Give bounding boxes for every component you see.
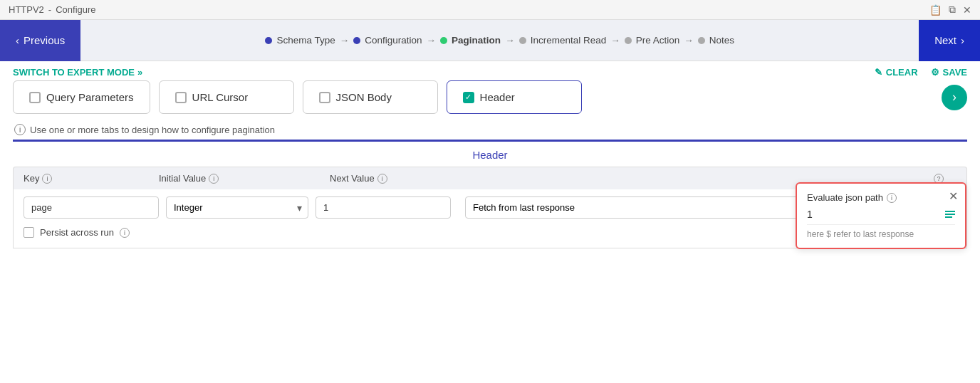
bc-dot-notes <box>698 37 705 44</box>
save-label: SAVE <box>943 67 967 78</box>
eval-title: Evaluate json path i <box>807 192 955 203</box>
tab-url-cursor[interactable]: URL Cursor <box>159 80 294 114</box>
th-next-info-icon[interactable]: i <box>377 174 387 184</box>
save-icon: ⚙ <box>931 67 939 78</box>
key-input[interactable] <box>24 196 159 219</box>
tab-header[interactable]: ✓ Header <box>447 80 582 114</box>
eval-hint: here $ refer to last response <box>807 229 955 239</box>
title-separator: - <box>48 4 51 15</box>
app-name: HTTPV2 <box>9 4 44 15</box>
double-chevron-icon: » <box>137 67 142 78</box>
content-area: Query Parameters URL Cursor JSON Body ✓ … <box>0 80 980 248</box>
title-bar-right: 📋 ⧉ ✕ <box>929 4 971 16</box>
tab-label-query: Query Parameters <box>46 91 134 103</box>
toolbar: SWITCH TO EXPERT MODE » ✎ CLEAR ⚙ SAVE <box>0 61 980 80</box>
bc-dot-pagination <box>440 37 447 44</box>
title-bar-left: HTTPV2 - Configure <box>9 4 96 15</box>
switch-expert-mode-button[interactable]: SWITCH TO EXPERT MODE » <box>13 67 142 78</box>
next-button[interactable]: Next › <box>919 20 980 61</box>
tab-checkbox-query[interactable] <box>29 92 41 103</box>
previous-label: Previous <box>24 34 65 46</box>
tab-checkbox-header[interactable]: ✓ <box>463 92 474 103</box>
close-icon[interactable]: ✕ <box>963 4 971 16</box>
bc-dot-preaction <box>625 37 632 44</box>
tab-checkbox-url[interactable] <box>175 92 187 103</box>
save-button[interactable]: ⚙ SAVE <box>931 67 967 78</box>
th-next-label: Next Value <box>330 173 375 184</box>
chevron-right-icon: › <box>961 34 964 46</box>
persist-checkbox[interactable] <box>24 227 34 238</box>
info-text: Use one or more tabs to design how to co… <box>30 125 275 135</box>
th-initial-info-icon[interactable]: i <box>209 174 219 184</box>
toolbar-right: ✎ CLEAR ⚙ SAVE <box>875 67 967 78</box>
bc-dot-schema <box>265 37 272 44</box>
tab-label-json: JSON Body <box>336 91 392 103</box>
initial-value-input[interactable] <box>316 196 451 219</box>
eval-value-row: 1 <box>807 209 955 225</box>
bc-notes: Notes <box>709 35 734 46</box>
tab-checkbox-json[interactable] <box>319 92 330 103</box>
config-label: Configure <box>56 4 95 15</box>
initial-type-select-wrapper: Integer String Boolean ▾ <box>166 196 308 219</box>
scroll-right-button[interactable]: › <box>942 85 967 110</box>
persist-info-icon[interactable]: i <box>120 228 130 238</box>
tabs-row: Query Parameters URL Cursor JSON Body ✓ … <box>13 80 967 114</box>
th-key-label: Key <box>24 173 39 184</box>
bc-incremental-read: Incremental Read <box>531 35 607 46</box>
th-initial-value: Initial Value i <box>159 173 330 184</box>
breadcrumb: Schema Type → Configuration → Pagination… <box>265 35 734 46</box>
th-key-info-icon[interactable]: i <box>42 174 52 184</box>
eval-info-icon[interactable]: i <box>887 193 897 203</box>
bc-dot-config <box>353 37 360 44</box>
eval-title-text: Evaluate json path <box>807 192 883 203</box>
tab-json-body[interactable]: JSON Body <box>303 80 438 114</box>
bc-configuration: Configuration <box>365 35 422 46</box>
clear-icon: ✎ <box>875 67 882 78</box>
resize-icon[interactable]: ⧉ <box>949 4 956 16</box>
eval-popover: Evaluate json path i ✕ 1 here $ refer to… <box>796 182 966 249</box>
title-bar: HTTPV2 - Configure 📋 ⧉ ✕ <box>0 0 980 20</box>
clear-label: CLEAR <box>886 67 918 78</box>
section-title: Header <box>13 142 967 167</box>
table-row: Integer String Boolean ▾ Fetch from last… <box>24 196 956 219</box>
eval-value-text: 1 <box>807 209 813 220</box>
bc-pagination: Pagination <box>452 35 501 46</box>
th-key: Key i <box>24 173 159 184</box>
previous-button[interactable]: ‹ Previous <box>0 20 80 61</box>
initial-type-caret-icon: ▾ <box>291 202 308 214</box>
tab-query-parameters[interactable]: Query Parameters <box>13 80 150 114</box>
initial-type-select[interactable]: Integer String Boolean <box>167 197 291 218</box>
bc-dot-incremental <box>519 37 526 44</box>
switch-expert-label: SWITCH TO EXPERT MODE <box>13 67 135 78</box>
tab-label-url: URL Cursor <box>192 91 249 103</box>
bc-pre-action: Pre Action <box>636 35 680 46</box>
persist-label: Persist across run <box>40 227 114 238</box>
info-icon: i <box>14 124 26 135</box>
info-row: i Use one or more tabs to design how to … <box>13 124 967 135</box>
clipboard-icon[interactable]: 📋 <box>929 4 942 16</box>
tab-label-header: Header <box>480 91 515 103</box>
clear-button[interactable]: ✎ CLEAR <box>875 67 918 78</box>
nav-bar: ‹ Previous Schema Type → Configuration →… <box>0 20 980 61</box>
next-label: Next <box>934 34 956 46</box>
eval-lines-icon <box>945 211 955 218</box>
chevron-left-icon: ‹ <box>16 34 19 46</box>
eval-close-button[interactable]: ✕ <box>949 189 958 203</box>
bc-schema-type: Schema Type <box>276 35 335 46</box>
table-body: Integer String Boolean ▾ Fetch from last… <box>13 189 967 248</box>
th-initial-label: Initial Value <box>159 173 206 184</box>
